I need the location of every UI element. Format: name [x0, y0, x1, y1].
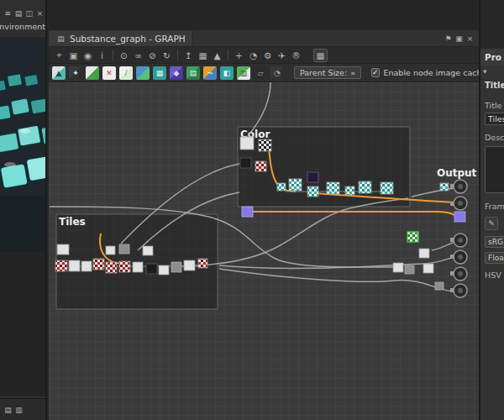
dock-icon[interactable]: ▣: [454, 33, 465, 45]
graph-node[interactable]: [106, 246, 115, 255]
output-color-node[interactable]: [454, 212, 465, 222]
pin-icon[interactable]: ⚑: [443, 33, 454, 45]
fit-frame-icon[interactable]: ▣: [66, 49, 81, 62]
graph-node[interactable]: [184, 260, 195, 270]
graph-node[interactable]: [69, 260, 80, 271]
graph-node-selected[interactable]: [407, 232, 418, 242]
snap-grid-icon[interactable]: ▦: [196, 49, 210, 62]
graph-node[interactable]: [327, 182, 339, 194]
graph-node[interactable]: [119, 244, 129, 254]
graph-node[interactable]: [259, 139, 271, 151]
zoom-icon[interactable]: ⊙: [117, 49, 131, 62]
viewport-3d-panel: ≡▤◫× Environment: [0, 0, 47, 420]
node-palette: ▲✦✕/▦◆▤~◧▥▱◔: [52, 66, 287, 80]
graph-node[interactable]: [419, 249, 429, 258]
gradient-node-icon[interactable]: [136, 66, 150, 80]
3d-viewport-preview[interactable]: [0, 37, 45, 252]
timer-icon[interactable]: ◔: [246, 49, 260, 62]
output-node[interactable]: [450, 197, 467, 210]
panel-grip-icon[interactable]: ≡: [3, 8, 13, 19]
graph-node[interactable]: [198, 259, 207, 268]
description-input[interactable]: [485, 146, 504, 193]
graph-node[interactable]: [440, 183, 449, 191]
graph-node[interactable]: [57, 244, 69, 255]
layout-grid-button[interactable]: ▦: [313, 49, 328, 62]
bitmap-node-icon[interactable]: ▲: [52, 66, 66, 80]
panel-float-icon[interactable]: ◫: [24, 8, 35, 19]
graph-node[interactable]: [307, 172, 318, 182]
title-input[interactable]: Tiles: [485, 113, 504, 125]
graph-tab[interactable]: ▤ Substance_graph - GRAPH: [49, 30, 193, 46]
graph-node[interactable]: [106, 262, 117, 273]
graph-node[interactable]: [119, 261, 130, 272]
environment-menu[interactable]: Environment: [0, 22, 45, 34]
screenshot-icon[interactable]: ◉: [81, 49, 95, 62]
panel-close-icon[interactable]: ×: [34, 8, 45, 19]
output-node[interactable]: [450, 284, 467, 297]
viewport-panel-body: [0, 252, 45, 396]
graph-node[interactable]: [81, 261, 92, 271]
panel-layers-icon[interactable]: ▤: [3, 404, 13, 416]
marquee-select-icon[interactable]: ⌖: [52, 49, 66, 62]
export-icon[interactable]: ↥: [181, 49, 196, 62]
srgb-button[interactable]: sRG: [485, 236, 504, 248]
cache-checkbox[interactable]: ✓: [371, 68, 380, 77]
graph-node[interactable]: [405, 265, 414, 274]
refresh-icon[interactable]: ↻: [160, 49, 174, 62]
top-strip: [49, 0, 479, 30]
graph-node[interactable]: [307, 186, 318, 197]
graph-node[interactable]: [159, 265, 169, 275]
parent-size-button[interactable]: Parent Size: »: [294, 66, 361, 79]
pointer-icon[interactable]: ▲: [210, 49, 224, 62]
output-node[interactable]: [450, 267, 467, 281]
tile-generator-icon[interactable]: ▦: [153, 66, 166, 80]
panel-list-icon[interactable]: ▥: [13, 404, 24, 416]
blur-node-icon[interactable]: /: [119, 66, 133, 80]
graph-canvas[interactable]: Color Tiles Output: [49, 82, 479, 420]
levels-node-icon[interactable]: ▥: [237, 66, 250, 80]
settings-icon[interactable]: ⚙: [260, 49, 275, 62]
graph-tab-icon[interactable]: ▤: [55, 33, 66, 45]
collapse-chevron-icon[interactable]: ▾: [483, 67, 487, 76]
graph-node[interactable]: [359, 181, 371, 193]
normal-map-icon[interactable]: ▤: [186, 66, 200, 80]
uniform-color-node[interactable]: [242, 207, 253, 217]
fx-map-icon[interactable]: ◆: [170, 66, 183, 80]
output-node[interactable]: [450, 180, 467, 193]
graph-node[interactable]: [133, 262, 143, 272]
graph-node[interactable]: [277, 183, 286, 191]
close-icon[interactable]: ×: [465, 33, 475, 45]
output-node[interactable]: [450, 234, 467, 247]
float-button[interactable]: Floa: [485, 252, 504, 264]
graph-node[interactable]: [93, 259, 104, 270]
graph-node[interactable]: [289, 179, 302, 191]
graph-node[interactable]: [55, 260, 67, 271]
registered-icon[interactable]: ®: [289, 49, 303, 62]
graph-node[interactable]: [435, 282, 444, 290]
panel-split-icon[interactable]: ▤: [13, 8, 24, 19]
graph-node[interactable]: [171, 262, 181, 272]
blend-node-icon[interactable]: ✕: [102, 66, 116, 80]
graph-node[interactable]: [381, 182, 393, 194]
svg-node-icon[interactable]: ✦: [69, 66, 82, 80]
graph-node[interactable]: [393, 263, 403, 272]
transform-node-icon[interactable]: ▱: [254, 66, 267, 80]
graph-node[interactable]: [240, 158, 251, 168]
link-icon[interactable]: ∞: [131, 49, 145, 62]
output-node[interactable]: [450, 250, 467, 264]
graph-node[interactable]: [255, 161, 266, 171]
edit-color-icon[interactable]: ✎: [485, 217, 498, 230]
graph-node[interactable]: [345, 186, 354, 195]
graph-node[interactable]: [143, 246, 153, 255]
pixel-processor-icon[interactable]: ◔: [270, 66, 284, 80]
uniform-color-icon[interactable]: [86, 66, 99, 80]
curve-node-icon[interactable]: ~: [203, 66, 217, 80]
graph-node[interactable]: [423, 264, 433, 273]
unlink-icon[interactable]: ⊘: [145, 49, 160, 62]
graph-node[interactable]: [240, 137, 254, 150]
hsl-node-icon[interactable]: ◧: [220, 66, 234, 80]
send-icon[interactable]: ✈: [275, 49, 289, 62]
graph-node[interactable]: [146, 264, 157, 274]
add-node-icon[interactable]: +: [232, 49, 246, 62]
info-icon[interactable]: i: [95, 49, 109, 62]
